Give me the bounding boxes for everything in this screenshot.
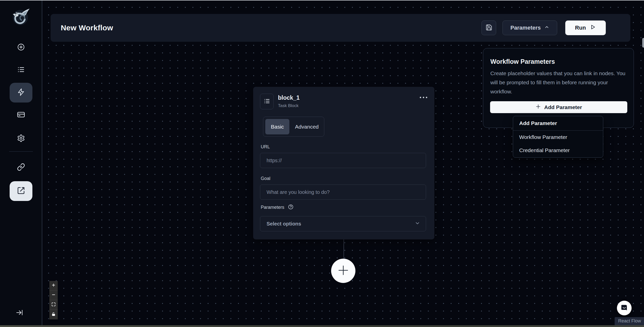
- list-icon: [264, 98, 270, 106]
- lock-open-icon: [51, 312, 56, 317]
- goal-label: Goal: [261, 176, 270, 181]
- fit-view-icon: [51, 302, 56, 308]
- save-icon: [486, 24, 492, 32]
- menu-item-workflow-parameter[interactable]: Workflow Parameter: [513, 131, 603, 144]
- block-icon-box: [260, 94, 274, 109]
- chat-bubble-icon: [620, 303, 628, 313]
- page-title: New Workflow: [61, 24, 113, 32]
- url-label: URL: [261, 144, 270, 150]
- block-name: block_1: [278, 94, 300, 101]
- header-actions: Parameters Run: [481, 21, 606, 35]
- workflow-header: New Workflow Parameters R: [51, 14, 630, 42]
- list-icon: [17, 66, 25, 75]
- task-block-node[interactable]: block_1 Task Block Basic Advanced URL Go…: [253, 87, 434, 239]
- support-chat-button[interactable]: [617, 301, 632, 315]
- scrollbar-nub[interactable]: [642, 38, 644, 48]
- parameters-label-row: Parameters: [261, 204, 294, 211]
- settings-button[interactable]: [10, 129, 32, 149]
- lock-toggle-button[interactable]: [49, 310, 58, 319]
- run-button-label: Run: [575, 25, 586, 31]
- add-parameter-menu: Add Parameter Workflow Parameter Credent…: [513, 116, 603, 158]
- credit-card-icon: [17, 111, 25, 120]
- expand-sidebar-button[interactable]: [14, 308, 25, 318]
- parameters-select-value: Select options: [267, 221, 415, 227]
- link-icon: [17, 163, 25, 172]
- panel-title: Workflow Parameters: [490, 58, 627, 65]
- integrations-button[interactable]: [10, 158, 32, 177]
- add-parameter-button-label: Add Parameter: [544, 104, 582, 110]
- parameters-select[interactable]: Select options: [260, 216, 426, 231]
- sidebar-divider: [9, 151, 33, 152]
- billing-button[interactable]: [10, 105, 32, 125]
- url-input[interactable]: [260, 153, 426, 168]
- run-button[interactable]: Run: [565, 21, 606, 35]
- tab-basic[interactable]: Basic: [265, 119, 289, 134]
- block-type: Task Block: [278, 103, 300, 108]
- block-titles: block_1 Task Block: [278, 94, 300, 109]
- external-link-icon: [17, 187, 25, 196]
- create-button[interactable]: [10, 38, 32, 57]
- lightning-icon: [17, 88, 25, 97]
- window-bottom-edge: [0, 325, 644, 327]
- ellipsis-icon: [419, 95, 428, 100]
- canvas-controls: [49, 281, 58, 319]
- share-button[interactable]: [10, 181, 32, 201]
- panel-description: Create placeholder values that you can l…: [490, 69, 631, 96]
- app-window: New Workflow Parameters R: [0, 0, 644, 327]
- runs-history-button[interactable]: [10, 60, 32, 80]
- goal-input[interactable]: [260, 185, 426, 200]
- zoom-out-button[interactable]: [49, 291, 58, 300]
- tab-advanced[interactable]: Advanced: [289, 119, 324, 134]
- block-tabs: Basic Advanced: [263, 117, 324, 137]
- block-menu-button[interactable]: [419, 95, 428, 100]
- sidebar: [0, 0, 42, 327]
- workflows-button[interactable]: [10, 83, 32, 103]
- plus-icon: [535, 104, 541, 111]
- save-button[interactable]: [481, 21, 496, 35]
- chevron-down-icon: [415, 220, 420, 227]
- parameters-toggle-label: Parameters: [510, 25, 541, 31]
- add-block-button[interactable]: [331, 259, 355, 283]
- window-top-edge: [0, 0, 644, 1]
- zoom-in-button[interactable]: [49, 281, 58, 291]
- gear-icon: [17, 134, 25, 143]
- add-parameter-button[interactable]: Add Parameter: [490, 101, 627, 113]
- play-icon: [590, 24, 596, 32]
- app-logo: [11, 7, 31, 27]
- edge-connector: [344, 239, 344, 259]
- chevron-up-icon: [544, 25, 549, 31]
- arrow-right-to-line-icon: [16, 309, 23, 317]
- react-flow-attribution[interactable]: React Flow: [615, 317, 644, 325]
- menu-item-credential-parameter[interactable]: Credential Parameter: [513, 144, 603, 157]
- plus-icon: [337, 264, 350, 278]
- parameters-toggle-button[interactable]: Parameters: [502, 21, 557, 35]
- help-circle-icon[interactable]: [288, 204, 294, 211]
- menu-header: Add Parameter: [513, 116, 603, 131]
- parameters-label: Parameters: [261, 205, 284, 210]
- fit-view-button[interactable]: [49, 300, 58, 310]
- plus-icon: [51, 283, 56, 288]
- plus-circle-icon: [17, 43, 25, 52]
- minus-icon: [51, 293, 56, 298]
- block-header: block_1 Task Block: [260, 94, 300, 109]
